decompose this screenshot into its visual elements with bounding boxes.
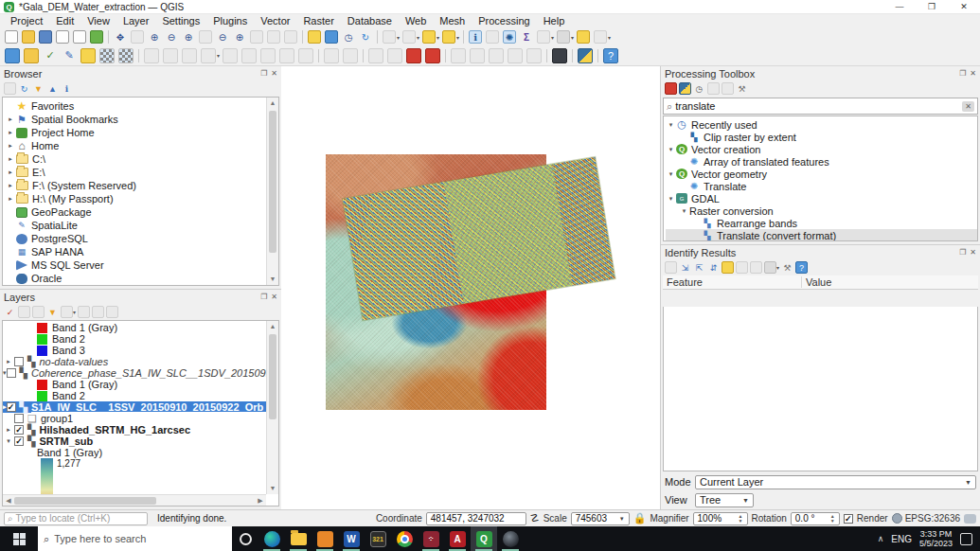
- menu-mesh[interactable]: Mesh: [433, 14, 472, 28]
- scroll-up-icon[interactable]: ▲: [267, 321, 278, 332]
- action-center-icon[interactable]: [960, 533, 972, 545]
- scroll-up-icon[interactable]: ▲: [267, 98, 278, 109]
- osm-place-search-icon[interactable]: [552, 48, 567, 63]
- zoom-out-button[interactable]: ⊖: [165, 30, 178, 44]
- remove-layer-button[interactable]: [106, 306, 118, 318]
- add-postgis-layer-button[interactable]: [99, 48, 115, 63]
- toggle-editing-button[interactable]: [144, 48, 159, 63]
- pan-map-button[interactable]: ✥: [114, 30, 127, 44]
- taskbar-edge-button[interactable]: [258, 526, 285, 551]
- undo-button[interactable]: [324, 48, 339, 63]
- browser-item-h-drive[interactable]: ▸H:\ (My Passport): [5, 192, 278, 205]
- identify-open-form-button[interactable]: [665, 261, 677, 274]
- open-layer-styling-button[interactable]: ✓: [4, 306, 16, 318]
- identify-features-button[interactable]: ℹ: [469, 30, 482, 44]
- help-button[interactable]: ?: [603, 48, 618, 63]
- scroll-down-icon[interactable]: ▼: [267, 274, 278, 285]
- add-spatialite-layer-button[interactable]: [118, 48, 134, 63]
- browser-properties-button[interactable]: ℹ: [61, 82, 73, 95]
- menu-view[interactable]: View: [80, 14, 116, 28]
- save-edits-button[interactable]: [163, 48, 178, 63]
- menu-database[interactable]: Database: [341, 14, 399, 28]
- deselect-features-button[interactable]: [402, 30, 416, 44]
- browser-item-f-drive[interactable]: ▸F:\ (System Reserved): [5, 179, 278, 192]
- scale-combo[interactable]: 745603▼: [571, 512, 630, 525]
- redo-button[interactable]: [343, 48, 358, 63]
- processing-group-vector-creation[interactable]: ▾QVector creation: [666, 143, 977, 155]
- zoom-next-button[interactable]: [250, 30, 263, 44]
- new-3d-map-view-button[interactable]: [284, 30, 297, 44]
- zoom-to-selection-button[interactable]: [199, 30, 212, 44]
- clear-results-button[interactable]: [750, 261, 762, 274]
- processing-group-raster-conversion[interactable]: ▾Raster conversion: [666, 204, 977, 217]
- identify-mode-button[interactable]: [764, 261, 776, 274]
- expand-all-layers-button[interactable]: [78, 306, 90, 318]
- deselect-dropdown[interactable]: ▾: [417, 34, 419, 41]
- vertex-tool-button[interactable]: [201, 48, 216, 63]
- cut-features-button[interactable]: [260, 48, 276, 63]
- processing-search-box[interactable]: ⌕ translate ✕: [663, 98, 978, 115]
- zoom-full-button[interactable]: ⊕: [182, 30, 195, 44]
- browser-refresh-button[interactable]: ↻: [18, 82, 30, 95]
- browser-item-ms-sql-server[interactable]: MS SQL Server: [5, 258, 278, 272]
- mode-select[interactable]: Current Layer▼: [695, 475, 976, 489]
- browser-item-geopackage[interactable]: GeoPackage: [5, 205, 278, 219]
- layers-scroll-thumb[interactable]: [269, 334, 276, 419]
- start-button[interactable]: [0, 526, 38, 551]
- layer-checkbox[interactable]: [14, 414, 24, 423]
- layout-manager-button[interactable]: [73, 30, 86, 44]
- layers-vertical-scrollbar[interactable]: ▲ ▼: [266, 321, 278, 494]
- layer-row-coherence[interactable]: ▾▚Coherence_phase_S1A_IW_SLC__1SDV_20150…: [3, 367, 278, 379]
- rotation-spinner[interactable]: 0.0 °▲▼: [791, 512, 840, 525]
- scroll-right-icon[interactable]: ▶: [255, 497, 266, 505]
- layer-checkbox[interactable]: ✓: [14, 425, 24, 435]
- print-response-button[interactable]: [736, 261, 748, 274]
- processing-search-value[interactable]: translate: [675, 100, 962, 112]
- processing-alg-translate-convert[interactable]: ▚Translate (convert format): [666, 229, 977, 241]
- menu-help[interactable]: Help: [537, 14, 572, 28]
- layers-hscroll-thumb[interactable]: [14, 497, 156, 505]
- select-by-form-dropdown[interactable]: ▾: [456, 34, 459, 41]
- select-by-form-button[interactable]: [442, 30, 455, 44]
- highlight-labels-button[interactable]: [470, 48, 485, 63]
- processing-group-recently-used[interactable]: ▾◷Recently used: [666, 118, 977, 131]
- layer-labeling-button[interactable]: [368, 48, 383, 63]
- new-project-button[interactable]: [5, 30, 18, 44]
- browser-float-icon[interactable]: ❐: [260, 69, 267, 78]
- magnifier-spinner[interactable]: 100%▲▼: [693, 512, 748, 525]
- new-spatial-bookmark-button[interactable]: [308, 30, 321, 44]
- identify-mode-dropdown[interactable]: ▾: [776, 264, 779, 271]
- processing-close-icon[interactable]: ✕: [970, 69, 976, 78]
- taskbar-orange-app-button[interactable]: [312, 526, 338, 551]
- new-map-view-button[interactable]: [267, 30, 280, 44]
- processing-group-vector-geometry[interactable]: ▾QVector geometry: [666, 168, 977, 180]
- taskbar-search-input[interactable]: ⌕ Type here to search: [38, 526, 232, 551]
- copy-features-button[interactable]: [279, 48, 294, 63]
- clear-search-icon[interactable]: ✕: [962, 101, 974, 112]
- layer-checkbox[interactable]: [7, 368, 16, 378]
- close-button[interactable]: ✕: [948, 0, 980, 13]
- processing-history-button[interactable]: ◷: [693, 82, 705, 95]
- scroll-left-icon[interactable]: ◀: [3, 497, 14, 505]
- menu-project[interactable]: Project: [4, 14, 49, 28]
- identify-settings-button[interactable]: ⚒: [781, 261, 793, 274]
- measure-dropdown[interactable]: ▾: [571, 34, 574, 41]
- browser-item-e-drive[interactable]: ▸E:\: [5, 166, 278, 179]
- layer-band-row[interactable]: Band 3: [3, 345, 278, 356]
- move-label-button[interactable]: [489, 48, 504, 63]
- browser-scroll-thumb[interactable]: [269, 111, 276, 253]
- raster-calculator-button[interactable]: [537, 30, 550, 44]
- processing-edit-features-button[interactable]: [722, 82, 734, 95]
- expand-new-results-button[interactable]: ⇵: [707, 261, 720, 274]
- layers-horizontal-scrollbar[interactable]: ◀ ▶: [3, 494, 266, 506]
- processing-results-viewer-button[interactable]: [707, 82, 720, 95]
- locator-search-input[interactable]: ⌕ Type to locate (Ctrl+K): [4, 512, 148, 525]
- manage-map-themes-button[interactable]: [32, 306, 45, 318]
- new-print-layout-button[interactable]: [56, 30, 69, 44]
- messages-bubble-icon[interactable]: [964, 514, 976, 524]
- select-features-button[interactable]: [383, 30, 396, 44]
- map-canvas[interactable]: [281, 66, 660, 509]
- processing-float-icon[interactable]: ❐: [959, 69, 966, 78]
- statistics-summary-button[interactable]: Σ: [520, 30, 533, 44]
- rotate-label-button[interactable]: [508, 48, 523, 63]
